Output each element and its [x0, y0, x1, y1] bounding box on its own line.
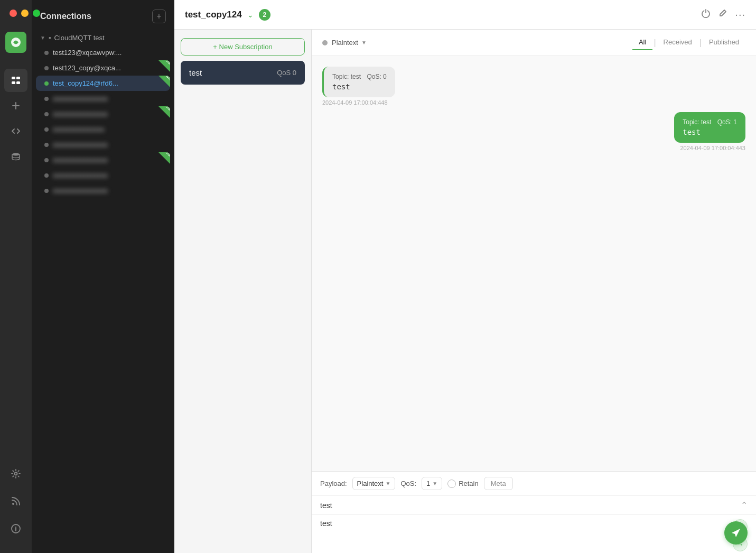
conn-dot-0 [44, 51, 49, 55]
traffic-light-maximize[interactable] [33, 10, 40, 17]
sub-qos-0: QoS 0 [277, 69, 296, 77]
publish-toolbar: Payload: Plaintext ▼ QoS: 1 ▼ Retain Met… [312, 472, 756, 496]
connection-item-1[interactable]: test123_copy@xqca... SSL [36, 60, 170, 76]
conn-dot-1 [44, 66, 49, 70]
publish-topic-input[interactable] [320, 501, 741, 510]
group-header[interactable]: ▼ ▪ CloudMQTT test [36, 31, 170, 45]
conn-name-9: xxxxxxxxxxxxxxxx [53, 187, 165, 195]
ssl-badge-4: SSL [157, 106, 170, 122]
traffic-light-close[interactable] [10, 10, 17, 17]
svg-point-6 [15, 473, 17, 475]
new-subscription-button[interactable]: + New Subscription [181, 38, 305, 56]
sidebar-feed-icon[interactable] [4, 490, 27, 513]
sidebar: Connections + ▼ ▪ CloudMQTT test test123… [32, 0, 174, 553]
payload-format-selector[interactable]: Plaintext ▼ [322, 39, 367, 47]
message-body-received-0: test [332, 82, 387, 91]
publish-retain-checkbox[interactable]: Retain [447, 480, 479, 488]
topbar-edit-icon[interactable] [718, 8, 727, 21]
connection-item-0[interactable]: test123@xqcawvpw:... [36, 45, 170, 60]
publish-send-area [312, 542, 756, 553]
message-received-0: Topic: test QoS: 0 test 2024-04-09 17:00… [322, 67, 395, 106]
group-name: CloudMQTT test [54, 34, 105, 42]
payload-format-label: Plaintext [332, 39, 358, 47]
conn-dot-2 [44, 81, 49, 86]
retain-label: Retain [459, 480, 479, 487]
publish-format-selector[interactable]: Plaintext ▼ [352, 477, 396, 490]
message-meta-published-1: Topic: test QoS: 1 [683, 118, 737, 126]
sidebar-settings-icon[interactable] [4, 462, 27, 485]
sub-topic-0: test [189, 68, 202, 77]
filter-tabs: Plaintext ▼ All | Received | Published [312, 30, 756, 56]
tab-received[interactable]: Received [657, 35, 698, 50]
conn-name-4: xxxxxxxxxxxxxxxx [53, 110, 165, 118]
publish-qos-selector[interactable]: 1 ▼ [422, 477, 442, 490]
connection-item-5[interactable]: xxxxxxxxxxxxxxx [36, 122, 170, 137]
topbar-message-badge: 2 [259, 9, 270, 21]
tab-divider-1: | [654, 38, 656, 48]
plaintext-dot [322, 40, 328, 45]
conn-dot-3 [44, 97, 49, 101]
tab-published[interactable]: Published [703, 35, 745, 50]
topbar-chevron-icon[interactable]: ⌄ [247, 11, 254, 19]
sidebar-title: Connections [40, 12, 91, 21]
svg-point-9 [15, 527, 16, 528]
conn-name-5: xxxxxxxxxxxxxxx [53, 125, 165, 133]
conn-dot-6 [44, 143, 49, 147]
publish-format-value: Plaintext [357, 480, 384, 487]
publish-qos-label: QoS: [400, 480, 416, 487]
messages-panel: Plaintext ▼ All | Received | Published T… [312, 30, 756, 553]
conn-dot-7 [44, 158, 49, 162]
publish-topic-row: ⌃ [312, 496, 756, 515]
publish-qos-value: 1 [426, 480, 430, 487]
content-area: + New Subscription test QoS 0 Plaintext … [174, 30, 756, 553]
conn-name-2: test_copy124@rfd6... [53, 79, 165, 87]
publish-meta-button[interactable]: Meta [484, 477, 513, 490]
conn-name-8: xxxxxxxxxxxxxxxx [53, 171, 165, 179]
message-body-published-1: test [683, 128, 737, 136]
tab-divider-2: | [699, 38, 702, 48]
connection-item-3[interactable]: xxxxxxxxxxxxxxxx [36, 91, 170, 106]
tab-all[interactable]: All [632, 35, 652, 50]
sidebar-info-icon[interactable] [4, 517, 27, 540]
conn-name-6: xxxxxxxxxxxxxxxx [53, 141, 165, 149]
svg-rect-4 [16, 81, 20, 84]
sidebar-database-icon[interactable] [4, 145, 27, 168]
sidebar-header: Connections + [32, 0, 174, 31]
conn-dot-8 [44, 173, 49, 178]
message-meta-received-0: Topic: test QoS: 0 [332, 73, 387, 80]
connection-item-7[interactable]: xxxxxxxxxxxxxxxx SSL [36, 152, 170, 168]
topic-expand-icon[interactable]: ⌃ [741, 500, 748, 510]
sidebar-connections-icon[interactable] [4, 69, 27, 92]
topbar-more-icon[interactable]: ··· [735, 8, 745, 21]
conn-dot-9 [44, 189, 49, 193]
ssl-badge-7: SSL [157, 152, 170, 168]
connection-item-8[interactable]: xxxxxxxxxxxxxxxx [36, 168, 170, 183]
ssl-badge-2: SSL [157, 76, 170, 91]
publish-qos-arrow: ▼ [432, 481, 437, 486]
message-topic-published-1: Topic: test [683, 118, 711, 126]
topbar-connection-name: test_copy124 [185, 10, 242, 20]
message-bubble-published-1: Topic: test QoS: 1 test [674, 112, 745, 143]
publish-format-arrow: ▼ [385, 481, 390, 486]
sidebar-add-icon[interactable] [4, 94, 27, 117]
connection-item-9[interactable]: xxxxxxxxxxxxxxxx [36, 183, 170, 198]
publish-body-input[interactable]: test [320, 519, 714, 536]
connection-item-6[interactable]: xxxxxxxxxxxxxxxx [36, 137, 170, 152]
icon-rail [0, 0, 32, 553]
svg-rect-1 [12, 77, 15, 79]
sidebar-add-connection-button[interactable]: + [152, 10, 166, 23]
sidebar-code-icon[interactable] [4, 119, 27, 143]
message-time-published-1: 2024-04-09 17:00:04:443 [674, 145, 745, 151]
message-bubble-received-0: Topic: test QoS: 0 test [322, 67, 395, 97]
connection-item-4[interactable]: xxxxxxxxxxxxxxxx SSL [36, 106, 170, 122]
subscriptions-panel: + New Subscription test QoS 0 [174, 30, 312, 553]
connection-group: ▼ ▪ CloudMQTT test test123@xqcawvpw:... … [32, 31, 174, 198]
traffic-light-minimize[interactable] [21, 10, 29, 17]
topbar-power-icon[interactable] [701, 8, 711, 21]
main-content: test_copy124 ⌄ 2 ··· + New Subscription [174, 0, 756, 553]
publish-send-button[interactable] [724, 521, 748, 545]
subscription-card-0[interactable]: test QoS 0 [181, 61, 305, 85]
svg-point-7 [12, 503, 14, 505]
conn-dot-5 [44, 127, 49, 132]
connection-item-2[interactable]: test_copy124@rfd6... SSL [36, 76, 170, 91]
